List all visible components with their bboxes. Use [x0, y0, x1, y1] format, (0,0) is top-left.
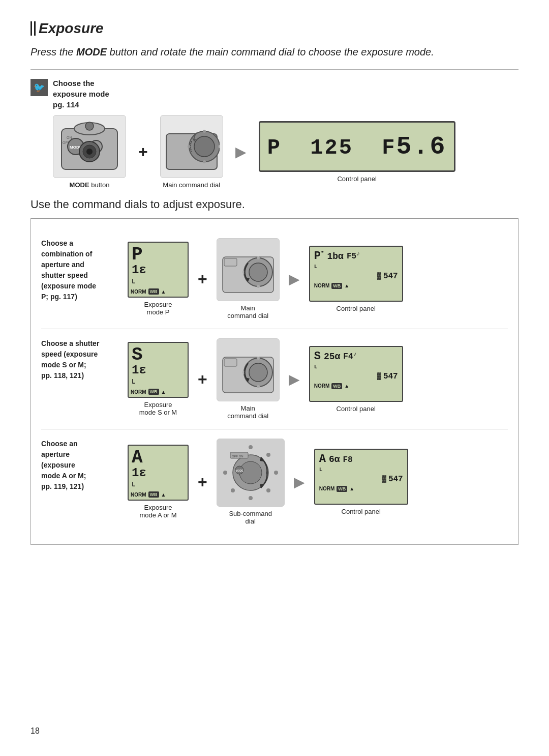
result-a-l: L [319, 467, 403, 473]
lcd-a-item: A 1ε L NORM WB ▲ Exposuremode A or M [128, 445, 189, 519]
plus-sign-row2: + [198, 370, 207, 389]
control-panel-top-caption: Control panel [337, 175, 376, 183]
wb-badge-result-a: WB [337, 486, 347, 492]
lcd-a-norm: NORM WB ▲ [131, 491, 186, 498]
title-icon [30, 21, 36, 36]
svg-point-31 [257, 385, 260, 388]
norm-text-a: NORM [131, 492, 146, 498]
dial-box-row1 [217, 238, 280, 301]
svg-point-5 [85, 122, 94, 130]
svg-point-23 [257, 285, 260, 288]
intro-paragraph: Press the MODE button and rotate the mai… [30, 45, 518, 59]
sub-dial-row3: OFF ON MODE Sub-commanddial [217, 439, 285, 525]
main-dial-top-box [160, 115, 223, 178]
main-dial-row2-caption: Maincommand dial [227, 404, 268, 420]
row-exposure-p: Choose acombination ofaperture andshutte… [41, 229, 508, 329]
lcd-result-p: P* 1bα F5♪ L ▓ 547 NORM WB ▲ [309, 246, 403, 302]
lcd-a-num: 1ε [132, 467, 185, 479]
svg-point-43 [231, 488, 235, 492]
lcd-s-norm: NORM WB ▲ [131, 389, 186, 395]
result-p-val: 1bα [327, 251, 344, 261]
result-s-f: F4♪ [343, 351, 356, 361]
arrow-row1: ▶ [289, 271, 300, 287]
row-a-diagrams: A 1ε L NORM WB ▲ Exposuremode A or M + [128, 439, 508, 525]
lcd-exposure-p: P 1ε L NORM WB ▲ [128, 242, 189, 298]
battery-p: ▓ [377, 272, 381, 280]
result-p-item: P* 1bα F5♪ L ▓ 547 NORM WB ▲ Contr [309, 246, 403, 312]
wb-a-s: ▲ [161, 389, 166, 395]
svg-text:OFF ON: OFF ON [232, 455, 243, 458]
result-s-num: 547 [383, 372, 398, 381]
mode-button-caption: MODE button [70, 181, 110, 189]
camera-top-svg: MODE ON OFF [56, 119, 123, 175]
result-a-item: A 6α F8 L ▓ 547 NORM WB ▲ Control [314, 449, 408, 515]
lcd-result-a: A 6α F8 L ▓ 547 NORM WB ▲ [314, 449, 408, 505]
svg-text:MODE: MODE [235, 469, 243, 472]
top-lcd-text: P 125 F5.6 [267, 132, 447, 161]
arrow-row3: ▶ [294, 474, 305, 490]
lcd-p-caption: Exposuremode P [144, 301, 172, 316]
svg-point-29 [249, 363, 267, 382]
row-exposure-s: Choose a shutterspeed (exposuremode S or… [41, 329, 508, 429]
main-dial-row1-caption: Maincommand dial [227, 304, 268, 319]
wb-badge-result-p: WB [331, 283, 342, 289]
row-s-label: Choose a shutterspeed (exposuremode S or… [41, 338, 123, 381]
lcd-result-p-norm: NORM WB ▲ [314, 283, 398, 289]
lcd-s-caption: Exposuremode S or M [139, 401, 177, 416]
result-a-mode: A [319, 453, 326, 466]
svg-point-36 [249, 445, 253, 449]
use-command-text: Use the command dials to adjust exposure… [30, 198, 518, 211]
lcd-result-a-top: A 6α F8 [319, 453, 403, 466]
lcd-p-l: L [132, 278, 135, 285]
battery-s: ▓ [377, 372, 381, 380]
result-p-l: L [314, 264, 398, 270]
lcd-p-item: P 1ε L NORM WB ▲ Exposuremode P [128, 242, 189, 316]
svg-point-22 [257, 256, 260, 259]
wb-badge-p: WB [148, 288, 159, 295]
lcd-p-num: 1ε [132, 264, 185, 276]
intro-suffix-rest: and rotate the main command dial to choo… [138, 46, 434, 57]
lcd-exposure-s: S 1ε L NORM WB ▲ [128, 342, 189, 398]
svg-point-14 [203, 130, 206, 133]
lcd-result-a-norm: NORM WB ▲ [319, 486, 403, 492]
svg-point-21 [249, 263, 267, 281]
svg-point-42 [266, 453, 270, 457]
arrow-row2: ▶ [289, 371, 300, 388]
control-panel-top: P 125 F5.6 Control panel [259, 121, 455, 183]
result-a-caption: Control panel [342, 508, 381, 515]
lcd-result-s-bottom: ▓ 547 [314, 372, 398, 381]
result-s-item: S 25α F4♪ L ▓ 547 NORM WB ▲ Contro [309, 346, 403, 413]
lcd-a-l: L [132, 481, 135, 488]
lcd-result-p-bottom: ▓ 547 [314, 272, 398, 281]
norm-result-s: NORM [314, 383, 330, 389]
wb-badge-result-s: WB [331, 383, 342, 389]
result-p-f: F5♪ [347, 250, 360, 261]
norm-result-a: NORM [319, 486, 335, 491]
result-s-mode: S [314, 350, 321, 363]
lcd-s-mode: S [132, 346, 185, 364]
svg-rect-26 [224, 258, 237, 266]
mode-button-diagram: MODE ON OFF MODE but [53, 115, 126, 189]
wb-badge-a: WB [148, 491, 159, 498]
result-a-f: F8 [343, 455, 353, 464]
row-a-label: Choose anaperture(exposuremode A or M;pp… [41, 439, 123, 492]
svg-point-39 [274, 471, 278, 475]
wb-a-p: ▲ [161, 289, 166, 295]
sub-dial-row3-caption: Sub-commanddial [229, 510, 272, 525]
row-exposure-a: Choose anaperture(exposuremode A or M;pp… [41, 429, 508, 534]
wb-badge-s: WB [148, 389, 159, 395]
bird-icon: 🐦 [30, 79, 48, 96]
bird-symbol: 🐦 [30, 79, 48, 96]
plus-sign-row3: + [198, 473, 207, 491]
row-s-diagrams: S 1ε L NORM WB ▲ Exposuremode S or M + [128, 338, 508, 420]
sub-cmd-dial-svg: OFF ON MODE [220, 442, 281, 503]
lcd-result-s-top: S 25α F4♪ [314, 350, 398, 363]
plus-sign-1: + [138, 142, 148, 161]
arrow-sign-1: ▶ [235, 143, 247, 160]
lcd-s-l: L [132, 379, 135, 386]
svg-point-13 [194, 136, 215, 157]
result-p-num: 547 [383, 272, 398, 281]
intro-suffix-italic: button [107, 46, 138, 57]
intro-prefix: Press the [30, 46, 73, 57]
main-dial-top-caption: Main command dial [163, 181, 220, 189]
